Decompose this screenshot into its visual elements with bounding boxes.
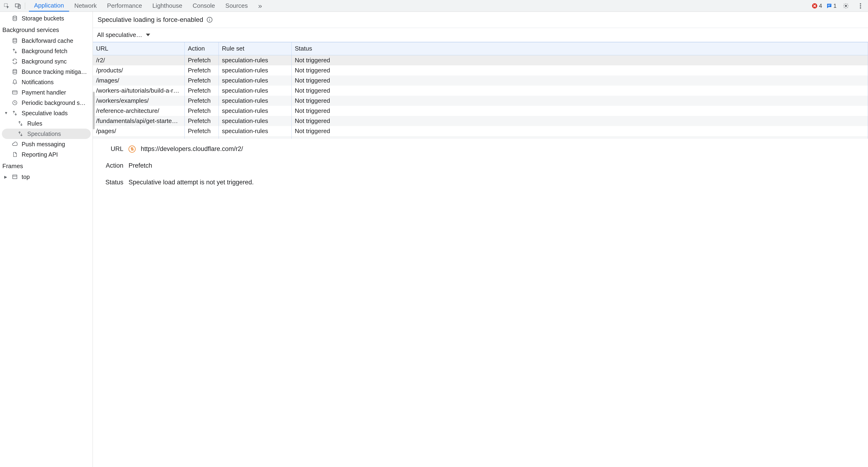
more-icon[interactable]	[855, 1, 866, 11]
cell-action: Prefetch	[184, 106, 219, 116]
sidebar-item-label: Notifications	[22, 79, 54, 86]
fetch-icon	[11, 110, 18, 116]
svg-point-7	[860, 3, 861, 4]
sidebar-item-label: Background sync	[22, 58, 67, 65]
sidebar-item-label: Background fetch	[22, 48, 67, 55]
sidebar-item-label: Periodic background s…	[22, 99, 86, 106]
inspect-element-icon[interactable]	[1, 1, 12, 11]
cell-rule: speculation-rules	[219, 65, 291, 76]
messages-count: 1	[833, 3, 837, 9]
chevron-down-icon: ▼	[4, 111, 8, 115]
database-icon	[11, 38, 18, 43]
sidebar-item-bounce-tracking[interactable]: Bounce tracking mitiga…	[0, 66, 93, 77]
cell-rule: speculation-rules	[219, 126, 291, 136]
cell-action: Prefetch	[184, 76, 219, 86]
col-rule[interactable]: Rule set	[219, 42, 291, 55]
tab-lighthouse[interactable]: Lighthouse	[147, 0, 187, 11]
cell-rule: speculation-rules	[219, 96, 291, 106]
sidebar-heading-background-services: Background services	[0, 25, 93, 35]
table-row[interactable]: /products/Prefetchspeculation-rulesNot t…	[93, 65, 868, 76]
cell-status: Not triggered	[291, 86, 868, 96]
message-icon	[827, 3, 832, 9]
tabs-overflow-icon[interactable]: »	[253, 0, 267, 11]
sidebar-item-bfcache[interactable]: Back/forward cache	[0, 35, 93, 46]
fetch-icon	[17, 121, 24, 126]
tab-application[interactable]: Application	[29, 0, 69, 11]
filter-label: All speculative…	[97, 31, 142, 38]
sidebar-item-label: Bounce tracking mitiga…	[22, 68, 87, 75]
cell-status: Not triggered	[291, 76, 868, 86]
sidebar-item-label: Speculations	[27, 130, 61, 137]
table-row[interactable]: /fundamentals/api/get-started/…Prefetchs…	[93, 116, 868, 126]
messages-badge[interactable]: 1	[827, 3, 837, 9]
table-row[interactable]: /r2/Prefetchspeculation-rulesNot trigger…	[93, 55, 868, 65]
svg-rect-5	[828, 6, 830, 6]
sidebar-item-periodic-sync[interactable]: Periodic background s…	[0, 97, 93, 108]
table-row[interactable]: /pages/Prefetchspeculation-rulesNot trig…	[93, 126, 868, 136]
col-url[interactable]: URL	[93, 42, 184, 55]
table-row[interactable]: /workers/examples/Prefetchspeculation-ru…	[93, 96, 868, 106]
cell-rule: speculation-rules	[219, 116, 291, 126]
sync-icon	[11, 59, 18, 64]
sidebar-item-label: Rules	[27, 120, 42, 127]
database-icon	[11, 16, 18, 21]
table-row[interactable]: /workers-ai/tutorials/build-a-r…Prefetch…	[93, 86, 868, 96]
sidebar-item-label: Reporting API	[22, 151, 58, 158]
detail-value-url[interactable]: https://developers.cloudflare.com/r2/	[141, 145, 243, 153]
settings-icon[interactable]	[841, 1, 851, 11]
svg-point-6	[845, 5, 847, 7]
detail-label-action: Action	[102, 162, 123, 169]
device-toolbar-icon[interactable]	[13, 1, 23, 11]
detail-value-status: Speculative load attempt is not yet trig…	[128, 179, 254, 186]
status-filter-dropdown[interactable]: All speculative…	[93, 28, 868, 42]
sidebar-item-speculative-loads[interactable]: ▼ Speculative loads	[0, 108, 93, 118]
cell-url: /images/	[93, 76, 184, 86]
sidebar-item-payment-handler[interactable]: Payment handler	[0, 87, 93, 97]
svg-point-12	[13, 69, 17, 71]
table-row[interactable]: /images/Prefetchspeculation-rulesNot tri…	[93, 76, 868, 86]
cell-action: Prefetch	[184, 55, 219, 65]
col-status[interactable]: Status	[291, 42, 868, 55]
sidebar-item-notifications[interactable]: Notifications	[0, 77, 93, 87]
svg-point-11	[13, 38, 17, 40]
bell-icon	[11, 79, 18, 85]
sidebar-item-label: Back/forward cache	[22, 37, 73, 44]
tab-console[interactable]: Console	[187, 0, 220, 11]
cell-url: /workers-ai/tutorials/build-a-r…	[93, 86, 184, 96]
table-row[interactable]: /reference-architecture/Prefetchspeculat…	[93, 106, 868, 116]
cell-rule: speculation-rules	[219, 86, 291, 96]
sidebar-item-frame-top[interactable]: ▶ top	[0, 172, 93, 182]
cell-status: Not triggered	[291, 55, 868, 65]
tab-sources[interactable]: Sources	[220, 0, 253, 11]
col-action[interactable]: Action	[184, 42, 219, 55]
svg-point-8	[860, 5, 861, 6]
cell-url: /cloudflare-one/connections/c…	[93, 136, 184, 139]
sidebar-heading-frames: Frames	[0, 160, 93, 172]
sidebar-item-rules[interactable]: Rules	[0, 118, 93, 128]
application-sidebar: Storage buckets Background services Back…	[0, 12, 93, 467]
fetch-icon	[17, 131, 24, 137]
clock-icon	[11, 100, 18, 106]
sidebar-item-speculations[interactable]: Speculations	[2, 128, 91, 139]
prefetch-icon: ⇅	[128, 146, 135, 153]
tab-performance[interactable]: Performance	[102, 0, 147, 11]
toolbar-right: 4 1	[812, 1, 867, 11]
sidebar-item-storage-buckets[interactable]: Storage buckets	[0, 13, 93, 24]
sidebar-item-background-sync[interactable]: Background sync	[0, 56, 93, 66]
table-header-row: URL Action Rule set Status	[93, 42, 868, 55]
tab-network[interactable]: Network	[69, 0, 102, 11]
force-enabled-notice: Speculative loading is force-enabled	[93, 12, 868, 28]
sidebar-item-label: Payment handler	[22, 89, 66, 96]
info-icon[interactable]	[207, 17, 213, 23]
errors-badge[interactable]: 4	[812, 3, 822, 9]
sidebar-item-reporting-api[interactable]: Reporting API	[0, 149, 93, 160]
cell-rule: speculation-rules	[219, 136, 291, 139]
fetch-icon	[11, 48, 18, 54]
sidebar-item-label: Push messaging	[22, 141, 65, 148]
cell-action: Prefetch	[184, 86, 219, 96]
table-row[interactable]: /cloudflare-one/connections/c…Prefetchsp…	[93, 136, 868, 139]
sidebar-item-push-messaging[interactable]: Push messaging	[0, 139, 93, 149]
sidebar-item-background-fetch[interactable]: Background fetch	[0, 46, 93, 56]
document-icon	[11, 152, 18, 157]
errors-count: 4	[819, 3, 822, 9]
